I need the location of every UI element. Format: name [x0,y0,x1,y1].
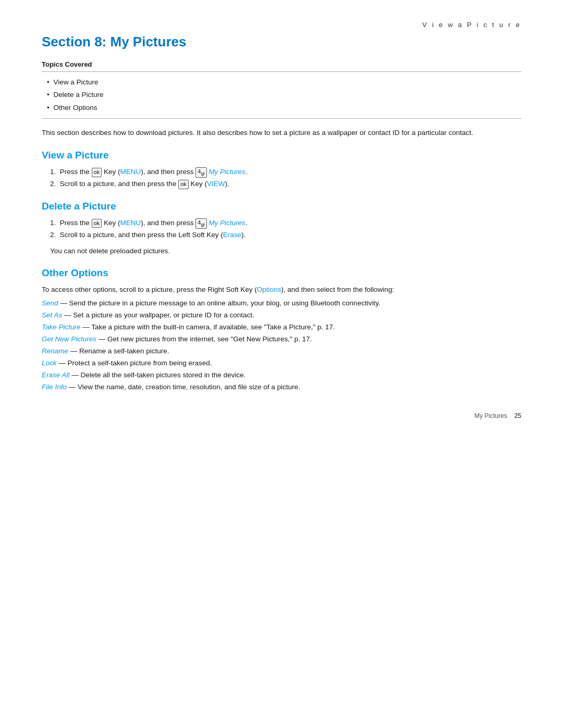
send-link: Send [42,299,58,307]
other-options-list: Send — Send the picture in a picture mes… [42,298,521,393]
delete-a-picture-steps: 1. Press the ok Key (MENU), and then pre… [42,217,521,241]
view-step-2: 2. Scroll to a picture, and then press t… [50,178,521,190]
topics-covered-label: Topics Covered [42,60,521,68]
lock-link: Lock [42,359,57,367]
options-item-fileinfo: File Info — View the name, date, creatio… [42,381,521,393]
options-item-setas: Set As — Set a picture as your wallpaper… [42,310,521,322]
options-item-getnewpictures: Get New Pictures — Get new pictures from… [42,334,521,346]
header-right-text: V i e w a P i c t u r e [42,21,521,29]
getnewpictures-link: Get New Pictures [42,335,96,343]
takepicture-link: Take Picture [42,323,81,331]
delete-note: You can not delete preloaded pictures. [42,245,521,257]
delete-step-1: 1. Press the ok Key (MENU), and then pre… [50,217,521,229]
ok-key-3: ok [92,219,102,228]
topics-covered-section: Topics Covered View a Picture Delete a P… [42,60,521,119]
num-key-2: 4gi [195,218,206,229]
options-item-takepicture: Take Picture — Take a picture with the b… [42,322,521,334]
options-link: Options [257,286,282,293]
fileinfo-link: File Info [42,383,67,391]
setas-link: Set As [42,311,62,319]
options-item-lock: Lock — Protect a self-taken picture from… [42,357,521,369]
ok-key-2: ok [178,180,189,189]
topics-list: View a Picture Delete a Picture Other Op… [42,76,521,114]
other-options-intro: To access other options, scroll to a pic… [42,284,521,295]
topics-table: View a Picture Delete a Picture Other Op… [42,71,521,119]
mypictures-link-2: My Pictures [209,219,246,227]
view-step-1: 1. Press the ok Key (MENU), and then pre… [50,166,521,178]
delete-a-picture-section: Delete a Picture 1. Press the ok Key (ME… [42,201,521,256]
delete-step-2: 2. Scroll to a picture, and then press t… [50,229,521,241]
topics-item-1: View a Picture [47,76,521,89]
erase-link: Erase [223,231,241,239]
view-a-picture-steps: 1. Press the ok Key (MENU), and then pre… [42,166,521,190]
menu-link-2: MENU [120,219,141,227]
footer-label: My Pictures [474,412,507,419]
rename-link: Rename [42,347,68,355]
view-link: VIEW [207,180,225,188]
footer-page-number: 25 [515,412,521,419]
view-a-picture-title: View a Picture [42,150,521,161]
other-options-section: Other Options To access other options, s… [42,267,521,393]
delete-a-picture-title: Delete a Picture [42,201,521,212]
intro-text: This section describes how to download p… [42,127,521,139]
view-a-picture-section: View a Picture 1. Press the ok Key (MENU… [42,150,521,190]
ok-key-1: ok [92,168,102,177]
topics-item-3: Other Options [47,102,521,114]
page-footer: My Pictures 25 [474,412,521,419]
num-key-1: 4gi [195,167,206,178]
topics-item-2: Delete a Picture [47,89,521,101]
menu-link-1: MENU [120,168,141,176]
options-item-eraseall: Erase All — Delete all the self-taken pi… [42,369,521,381]
options-item-rename: Rename — Rename a self-taken picture. [42,346,521,357]
options-item-send: Send — Send the picture in a picture mes… [42,298,521,310]
section-title: Section 8: My Pictures [42,34,521,50]
mypictures-link-1: My Pictures [209,168,246,176]
other-options-title: Other Options [42,267,521,279]
eraseall-link: Erase All [42,371,70,379]
